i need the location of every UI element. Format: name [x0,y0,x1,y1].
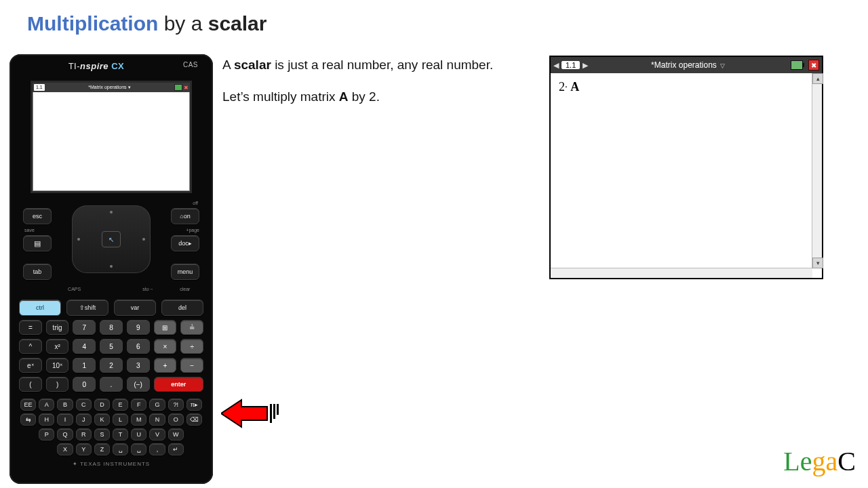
ctrl-button[interactable]: ctrl [19,300,61,316]
key-9[interactable]: 9 [127,320,150,335]
key-6[interactable]: 6 [127,339,150,354]
horizontal-scrollbar[interactable] [551,268,812,278]
alpha-key-U[interactable]: U [131,428,146,441]
alpha-key-S[interactable]: S [94,428,110,441]
navpad-center[interactable]: ↖ [102,231,121,247]
key-5[interactable]: 5 [100,339,123,354]
alpha-key-W[interactable]: W [168,428,184,441]
esc-button[interactable]: esc [23,208,52,224]
panel-workspace: 2· A [551,73,812,278]
key-+[interactable]: + [154,358,177,373]
alpha-key-C[interactable]: C [76,399,92,411]
alpha-key-B[interactable]: B [57,399,73,411]
funcrow-labels: CAPS sto→ clear [19,287,203,291]
doc-button[interactable]: doc▸ [171,235,199,251]
alpha-key-Y[interactable]: Y [76,443,92,455]
key-8[interactable]: 8 [100,320,123,335]
shift-button[interactable]: ⇧shift [66,300,108,316]
brand-ti: TI- [68,61,80,71]
alpha-key-P[interactable]: P [39,428,54,441]
alpha-key-π▸[interactable]: π▸ [186,399,202,411]
navpad[interactable]: ↖ [72,205,151,273]
key-−[interactable]: − [180,358,203,373]
vertical-scrollbar[interactable]: ▴ ▾ [812,73,822,268]
ti-logo: ✦ TEXAS INSTRUMENTS [9,461,213,467]
alpha-key-↵[interactable]: ↵ [168,443,184,455]
tab-button[interactable]: tab [23,264,52,280]
scratchpad-button[interactable]: ▤ [23,235,52,251]
prev-page-icon[interactable]: ◀ [553,61,559,70]
menu-button[interactable]: menu [171,264,199,280]
key-7[interactable]: 7 [73,320,96,335]
alpha-key-H[interactable]: H [39,413,54,426]
alpha-key-,[interactable]: , [149,443,165,455]
alpha-key-⌫[interactable]: ⌫ [186,413,202,426]
alpha-key-I[interactable]: I [57,413,73,426]
alpha-key-M[interactable]: M [131,413,146,426]
alpha-key-E[interactable]: E [113,399,128,411]
alpha-key-⇆[interactable]: ⇆ [20,413,36,426]
key-(−)[interactable]: (−) [127,377,150,392]
key-.[interactable]: . [100,377,123,392]
key-trig[interactable]: trig [46,320,69,335]
para1-pre: A [222,58,234,72]
alpha-key-N[interactable]: N [149,413,165,426]
close-icon[interactable]: ✖ [808,60,819,70]
alpha-key-F[interactable]: F [131,399,146,411]
var-button[interactable]: var [114,300,156,316]
para1-post: is just a real number, any real number. [271,58,493,72]
legac-logo: LegaC [783,445,856,477]
alpha-key-A[interactable]: A [39,399,54,411]
key-0[interactable]: 0 [73,377,96,392]
brand-cas: CAS [183,61,198,68]
key-≟[interactable]: ≟ [180,320,203,335]
alpha-key-L[interactable]: L [113,413,128,426]
key-2[interactable]: 2 [100,358,123,373]
alpha-key-?![interactable]: ?! [168,399,184,411]
svg-marker-0 [221,400,267,427]
scroll-up-icon[interactable]: ▴ [812,73,823,84]
key-=[interactable]: = [19,320,42,335]
enter-button[interactable]: enter [154,377,203,392]
alpha-key-EE[interactable]: EE [20,399,36,411]
alpha-key-Q[interactable]: Q [57,428,73,441]
dropdown-icon[interactable]: ▽ [720,62,725,69]
para-1: A scalar is just a real number, any real… [222,56,548,75]
calc-screen-titlebar: 1.1 *Matrix operations ▾ ✖ [33,83,190,92]
alpha-key-␣[interactable]: ␣ [131,443,146,455]
del-button[interactable]: del [161,300,203,316]
key-10ˣ[interactable]: 10ˣ [46,358,69,373]
keypad-grid: =trig789⊞≟^x²456×÷eˣ10ˣ123+−()0.(−)enter [19,320,203,392]
alpha-key-Z[interactable]: Z [94,443,110,455]
key-4[interactable]: 4 [73,339,96,354]
alpha-key-T[interactable]: T [113,428,128,441]
multiply-dot-icon: · [565,81,568,92]
key-^[interactable]: ^ [19,339,42,354]
key-1[interactable]: 1 [73,358,96,373]
pointer-arrow [221,399,279,428]
panel-page-tab[interactable]: 1.1 [561,61,580,69]
alpha-key-J[interactable]: J [76,413,92,426]
alpha-key-D[interactable]: D [94,399,110,411]
key-eˣ[interactable]: eˣ [19,358,42,373]
key-÷[interactable]: ÷ [180,339,203,354]
alpha-key-X[interactable]: X [57,443,73,455]
next-page-icon[interactable]: ▶ [583,61,588,70]
alpha-key-O[interactable]: O [168,413,184,426]
alpha-key-R[interactable]: R [76,428,92,441]
key-×[interactable]: × [154,339,177,354]
alpha-key-V[interactable]: V [149,428,165,441]
para1-bold: scalar [234,58,271,72]
alpha-keypad: EEABCDEFG?!π▸⇆HIJKLMNO⌫PQRSTUVWXYZ␣␣,↵ [20,399,202,455]
key-([interactable]: ( [19,377,42,392]
alpha-key-G[interactable]: G [149,399,165,411]
key-3[interactable]: 3 [127,358,150,373]
alpha-key-K[interactable]: K [94,413,110,426]
key-)[interactable]: ) [46,377,69,392]
key-⊞[interactable]: ⊞ [154,320,177,335]
alpha-key-␣[interactable]: ␣ [113,443,128,455]
scroll-down-icon[interactable]: ▾ [812,258,823,268]
arrow-trail-icon [270,404,279,423]
home-on-button[interactable]: ⌂on [171,208,199,224]
key-x²[interactable]: x² [46,339,69,354]
